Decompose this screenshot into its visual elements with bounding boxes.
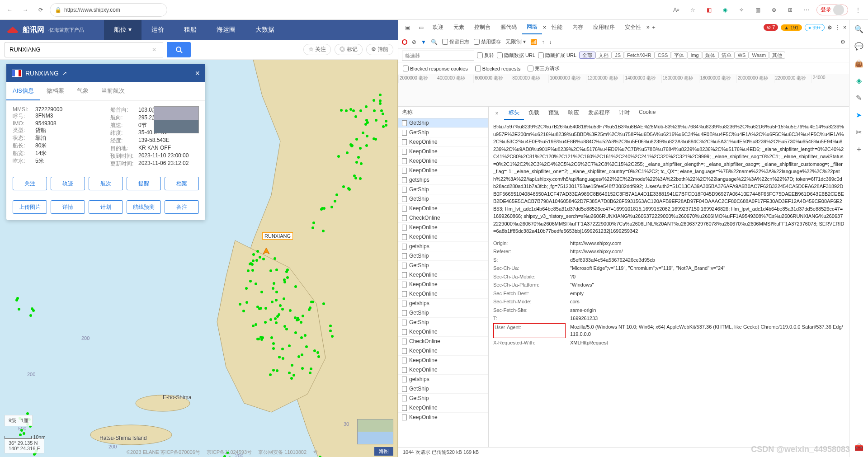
detail-tab[interactable]: 计时 (614, 107, 634, 120)
dt-menu-icon[interactable]: ⋮ (835, 24, 840, 31)
disable-cache-checkbox[interactable]: 禁用缓存 (474, 38, 501, 45)
request-row[interactable]: GetShip (398, 251, 488, 261)
request-row[interactable]: KeepOnline (398, 147, 488, 156)
request-row[interactable]: GetShip (398, 318, 488, 327)
ship-marker[interactable]: RUNXIANG (262, 240, 293, 255)
rail-chat-icon[interactable]: 💬 (854, 41, 864, 52)
request-row[interactable]: KeepOnline (398, 156, 488, 166)
panel-button[interactable]: 计划 (89, 200, 123, 214)
panel-button[interactable]: 档案 (165, 177, 199, 190)
nav-tab[interactable]: 海运圈 (207, 20, 245, 40)
filter-tag[interactable]: Wasm (749, 52, 769, 59)
device-icon[interactable]: ▭ (415, 21, 427, 34)
detail-tab[interactable]: 负载 (524, 107, 544, 120)
more-icon[interactable]: ⋮ (852, 4, 864, 16)
more-tabs-icon[interactable]: » (646, 24, 650, 30)
request-row[interactable]: KeepOnline (398, 365, 488, 375)
external-link-icon[interactable]: ↗ (62, 70, 67, 76)
filter-tag[interactable]: 全部 (579, 52, 595, 59)
rail-toolbox-icon[interactable]: 🧰 (854, 442, 864, 452)
request-row[interactable]: KeepOnline (398, 280, 488, 289)
search-button[interactable] (167, 42, 191, 57)
stop-icon[interactable]: ⊘ (412, 39, 416, 45)
request-row[interactable]: GetShip (398, 308, 488, 318)
address-bar[interactable]: 🔒 https://www.shipxy.com (50, 3, 167, 17)
nav-tab[interactable]: 租船 (174, 20, 207, 40)
wifi-icon[interactable]: 📶 (530, 39, 537, 45)
maptype-button[interactable]: 海图 (374, 447, 393, 456)
panel-button[interactable]: 航线预测 (127, 200, 161, 214)
request-row[interactable]: KeepOnline (398, 403, 488, 413)
close-icon[interactable]: × (195, 69, 200, 78)
text-size-icon[interactable]: A» (670, 4, 683, 16)
back-button[interactable]: ← (4, 4, 16, 16)
devtools-tab[interactable]: 控制台 (470, 21, 495, 34)
filter-tag[interactable]: WS (735, 52, 749, 59)
clear-icon[interactable]: ✕ (152, 47, 156, 53)
panel-button[interactable]: 提醒 (127, 177, 161, 190)
login-button[interactable]: 登录 (816, 5, 848, 15)
forward-button[interactable]: → (19, 4, 32, 16)
minimap[interactable] (357, 419, 393, 444)
extensions-icon[interactable]: ⊞ (784, 4, 797, 16)
request-row[interactable]: KeepOnline (398, 137, 488, 147)
collections-icon[interactable]: ⊕ (768, 4, 780, 16)
request-row[interactable]: GetShip (398, 185, 488, 194)
request-row[interactable]: KeepOnline (398, 223, 488, 232)
filter-tag[interactable]: 文档 (595, 52, 612, 59)
request-row[interactable]: KeepOnline (398, 204, 488, 213)
detail-tab[interactable]: 响应 (564, 107, 584, 120)
rail-clip-icon[interactable]: ✂ (854, 127, 864, 137)
panel-tab[interactable]: 气象 (71, 82, 95, 100)
map[interactable]: 200 200 200 200 500 30 RUNXIANG E-ho-Shi… (0, 60, 398, 457)
panel-button[interactable]: 上传图片 (13, 200, 47, 214)
devtools-tab[interactable]: 内存 (568, 21, 588, 34)
request-row[interactable]: KeepOnline (398, 289, 488, 299)
devtools-tab[interactable]: 安全性 (620, 21, 646, 34)
star-icon[interactable]: ☆ (686, 4, 699, 16)
request-row[interactable]: CheckOnline (398, 213, 488, 223)
filter-tag[interactable]: 其他 (769, 52, 785, 59)
column-header[interactable]: 名称 (398, 107, 488, 118)
request-row[interactable]: CheckOnline (398, 337, 488, 346)
close-tab-icon[interactable]: × (543, 24, 546, 31)
rail-send-icon[interactable]: ➤ (854, 109, 864, 120)
panel-button[interactable]: 关注 (13, 177, 47, 190)
filter-tag[interactable]: Img (687, 52, 702, 59)
ext-icon-3[interactable]: ✧ (735, 4, 748, 16)
request-row[interactable]: GetShip (398, 194, 488, 204)
detail-tab[interactable]: 标头 (504, 107, 524, 120)
filter-icon[interactable]: ▼ (421, 39, 426, 45)
record-icon[interactable] (402, 39, 407, 45)
panel-button[interactable]: 航次 (89, 177, 123, 190)
request-row[interactable]: KeepOnline (398, 166, 488, 175)
filter-input[interactable] (402, 51, 474, 61)
inspect-icon[interactable]: ▣ (401, 21, 414, 34)
filter-tag[interactable]: 字体 (671, 52, 687, 59)
nav-tab[interactable]: 运价 (142, 20, 174, 40)
request-row[interactable]: KeepOnline (398, 270, 488, 280)
request-row[interactable]: KeepOnline (398, 232, 488, 242)
panel-button[interactable]: 轨迹 (51, 177, 85, 190)
devtools-tab[interactable]: 性能 (547, 21, 567, 34)
dt-close-icon[interactable]: × (843, 24, 846, 31)
devtools-tab[interactable]: 网络 (522, 20, 542, 34)
filter-tag[interactable]: 清单 (718, 52, 735, 59)
request-row[interactable]: GetShip (398, 128, 488, 137)
devtools-tab[interactable]: 源代码 (496, 21, 521, 34)
keep-log-checkbox[interactable]: 保留日志 (442, 38, 469, 45)
option-checkbox[interactable]: Blocked requests (475, 66, 520, 71)
map-tool[interactable]: ◎ 标记 (335, 44, 362, 55)
close-detail-icon[interactable]: × (491, 110, 502, 117)
request-row[interactable]: KeepOnline (398, 413, 488, 422)
nav-tab[interactable]: 大数据 (245, 20, 284, 40)
request-row[interactable]: getships (398, 175, 488, 185)
filter-tag[interactable]: Fetch/XHR (624, 52, 655, 59)
panel-tab[interactable]: 微档案 (40, 82, 71, 100)
nav-tab[interactable]: 船位 ▾ (104, 20, 142, 40)
rail-wallet-icon[interactable]: 👜 (854, 58, 864, 69)
menu-icon[interactable]: ⋯ (800, 4, 813, 16)
map-tool[interactable]: ☆ 关注 (303, 44, 331, 55)
request-row[interactable]: GetShip (398, 394, 488, 403)
filter-tag[interactable]: 媒体 (702, 52, 718, 59)
